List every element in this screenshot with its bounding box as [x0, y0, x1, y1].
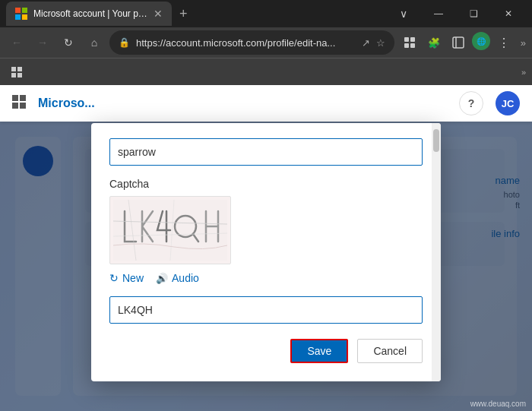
save-button[interactable]: Save — [290, 339, 348, 363]
watermark: www.deuaq.com — [470, 400, 526, 408]
tab-manager-icon[interactable] — [399, 32, 420, 53]
new-tab-button[interactable]: + — [175, 6, 192, 22]
nav-actions: 🧩 🌐 ⋮ — [399, 32, 515, 53]
toolbar-bar: » — [0, 58, 532, 85]
cancel-button[interactable]: Cancel — [357, 339, 423, 363]
active-tab[interactable]: Microsoft account | Your profile ✕ — [6, 2, 172, 26]
page-content: Microso... ? JC Full name Juan De... Pro… — [0, 85, 532, 411]
nav-bar: ← → ↻ ⌂ 🔒 https://account.microsoft.com/… — [0, 27, 532, 58]
tab-close-button[interactable]: ✕ — [154, 8, 163, 20]
restore-button[interactable]: ❑ — [456, 0, 491, 27]
svg-text:🌐: 🌐 — [477, 36, 486, 46]
url-text: https://account.microsoft.com/profile/ed… — [136, 37, 356, 49]
tab-favicon — [15, 8, 27, 20]
captcha-image — [109, 196, 231, 264]
svg-rect-6 — [404, 43, 409, 48]
svg-rect-16 — [12, 95, 18, 101]
captcha-dialog: Captcha — [91, 123, 441, 381]
star-icon[interactable]: ☆ — [376, 37, 385, 49]
chevrons-right-toolbar: » — [521, 68, 526, 77]
menu-icon[interactable]: ⋮ — [493, 32, 515, 53]
sidebar-icon[interactable] — [448, 32, 469, 53]
audio-captcha-label: Audio — [172, 272, 199, 284]
svg-rect-3 — [22, 14, 27, 20]
tab-title: Microsoft account | Your profile — [33, 8, 147, 19]
share-icon: ↗ — [362, 37, 370, 49]
refresh-button[interactable]: ↻ — [58, 32, 79, 53]
apps-grid-icon[interactable] — [6, 62, 27, 83]
user-avatar[interactable]: JC — [496, 91, 520, 115]
dialog-scrollbar[interactable] — [432, 123, 441, 381]
window-controls: ∨ — ❑ ✕ — [386, 0, 526, 27]
captcha-answer-input[interactable] — [109, 296, 423, 324]
address-bar[interactable]: 🔒 https://account.microsoft.com/profile/… — [109, 30, 394, 55]
svg-rect-7 — [410, 43, 415, 48]
svg-rect-18 — [12, 103, 18, 109]
svg-rect-1 — [22, 8, 27, 13]
svg-rect-4 — [404, 37, 409, 42]
new-captcha-label: New — [122, 272, 144, 284]
help-button[interactable]: ? — [459, 91, 483, 115]
lock-icon: 🔒 — [119, 37, 130, 48]
tab-bar: Microsoft account | Your profile ✕ + ∨ —… — [0, 0, 532, 27]
audio-captcha-button[interactable]: 🔊 Audio — [156, 272, 199, 284]
svg-rect-13 — [17, 67, 22, 71]
browser-chrome: Microsoft account | Your profile ✕ + ∨ —… — [0, 0, 532, 85]
new-captcha-button[interactable]: ↻ New — [109, 272, 144, 284]
user-profile-icon[interactable]: 🌐 — [472, 32, 490, 50]
ms-logo: Microso... — [38, 96, 95, 110]
svg-rect-2 — [15, 14, 21, 20]
forward-button[interactable]: → — [32, 32, 53, 53]
ms-grid-icon[interactable] — [12, 95, 26, 112]
chevrons-right: » — [521, 37, 526, 49]
scroll-thumb — [433, 129, 439, 152]
svg-rect-19 — [20, 103, 26, 109]
svg-rect-17 — [20, 95, 26, 101]
extensions-icon[interactable]: 🧩 — [423, 32, 445, 53]
svg-rect-5 — [410, 37, 415, 42]
dialog-buttons: Save Cancel — [109, 339, 423, 363]
svg-rect-15 — [17, 73, 22, 77]
svg-rect-12 — [11, 67, 16, 71]
back-button[interactable]: ← — [6, 32, 27, 53]
audio-captcha-icon: 🔊 — [156, 273, 168, 284]
ms-header: Microso... ? JC — [0, 85, 532, 122]
captcha-label: Captcha — [109, 178, 423, 190]
captcha-actions: ↻ New 🔊 Audio — [109, 272, 423, 284]
minimize-button[interactable]: — — [421, 0, 456, 27]
tab-search-button[interactable]: ∨ — [386, 0, 421, 27]
name-input[interactable] — [109, 138, 423, 166]
svg-rect-14 — [11, 73, 16, 77]
svg-rect-8 — [453, 37, 464, 48]
captcha-svg — [113, 200, 227, 261]
close-button[interactable]: ✕ — [491, 0, 526, 27]
refresh-captcha-icon: ↻ — [109, 272, 119, 284]
svg-rect-0 — [15, 8, 21, 13]
home-button[interactable]: ⌂ — [84, 32, 105, 53]
